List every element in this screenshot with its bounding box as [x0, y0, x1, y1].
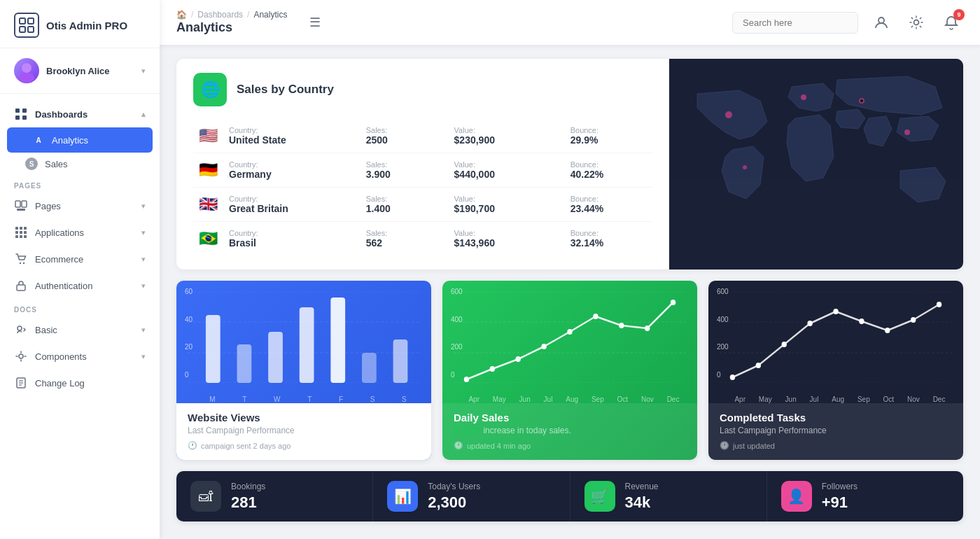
changelog-icon	[14, 376, 28, 390]
sales-country-title: Sales by Country	[237, 83, 334, 97]
charts-row: 6040200	[176, 281, 963, 460]
components-label: Components	[35, 351, 87, 362]
completed-tasks-card: 6004002000	[708, 281, 963, 460]
bounce-value: 29.9%	[570, 134, 647, 146]
breadcrumb-analytics[interactable]: Analytics	[253, 10, 287, 20]
country-label: Country:	[229, 195, 340, 203]
table-row: 🇺🇸 Country: United State Sales: 2500 Val…	[193, 119, 652, 153]
svg-rect-12	[17, 209, 25, 211]
stat-label-bookings: Bookings	[231, 482, 265, 491]
svg-point-72	[859, 318, 864, 324]
stats-row: 🛋 Bookings 281 📊 Today's Users 2,300 🛒 R…	[176, 471, 963, 522]
daily-sales-footer: 🕐 updated 4 min ago	[454, 441, 686, 450]
bounce-value: 23.44%	[570, 203, 647, 214]
ecommerce-chevron-icon: ▾	[141, 255, 146, 264]
sidebar-item-authentication[interactable]: Authentication ▾	[0, 272, 160, 299]
value-label: Value:	[454, 229, 544, 237]
sidebar-item-changelog[interactable]: Change Log	[0, 370, 160, 396]
svg-point-69	[782, 342, 787, 347]
svg-point-75	[937, 302, 941, 307]
country-flag: 🇺🇸	[199, 127, 218, 144]
value-label: Value:	[454, 160, 544, 169]
svg-point-32	[914, 20, 919, 25]
website-views-chart: 6040200	[176, 281, 431, 393]
notifications-icon-btn[interactable]: 9	[939, 10, 963, 34]
svg-point-60	[619, 323, 624, 328]
value-amount: $143,960	[454, 237, 544, 248]
country-name: Germany	[229, 169, 340, 180]
svg-point-71	[833, 309, 838, 314]
svg-point-61	[645, 326, 650, 331]
svg-point-4	[22, 63, 31, 73]
table-row: 🇩🇪 Country: Germany Sales: 3.900 Value: …	[193, 153, 652, 188]
country-label: Country:	[229, 160, 340, 169]
world-map	[669, 59, 963, 270]
svg-rect-21	[24, 235, 27, 238]
sidebar-item-sales[interactable]: S Sales	[0, 153, 160, 175]
svg-rect-16	[15, 231, 18, 234]
content-area: 🌐 Sales by Country 🇺🇸 Country: United St…	[160, 45, 980, 539]
chevron-up-icon: ▴	[141, 110, 146, 119]
svg-point-74	[911, 317, 916, 323]
sales-value: 562	[366, 237, 428, 248]
breadcrumb-dashboards[interactable]: Dashboards	[197, 10, 243, 20]
website-views-card: 6040200	[176, 281, 431, 460]
stat-icon-revenue: 🛒	[584, 481, 615, 512]
daily-sales-y-labels: 6004002000	[451, 288, 463, 379]
sales-label: Sales:	[366, 126, 428, 134]
svg-rect-24	[17, 285, 25, 290]
stat-users: 📊 Today's Users 2,300	[373, 471, 570, 522]
value-amount: $440,000	[454, 169, 544, 180]
bounce-value: 32.14%	[570, 237, 647, 248]
sales-label: Sales	[45, 159, 68, 169]
sidebar-item-applications[interactable]: Applications ▾	[0, 219, 160, 246]
svg-rect-17	[20, 231, 22, 234]
menu-icon[interactable]: ☰	[309, 15, 321, 30]
settings-icon-btn[interactable]	[904, 10, 928, 34]
stat-revenue: 🛒 Revenue 34k	[570, 471, 767, 522]
pages-section-label: PAGES	[0, 175, 160, 192]
sidebar-item-basic[interactable]: Basic ▾	[0, 316, 160, 343]
daily-sales-x-labels: AprMayJunJulAugSepOctNovDec	[442, 393, 697, 403]
svg-point-73	[885, 328, 890, 333]
svg-point-5	[19, 73, 34, 83]
sales-label: Sales:	[366, 229, 428, 237]
svg-point-37	[904, 130, 910, 135]
sidebar-item-pages[interactable]: Pages ▾	[0, 192, 160, 219]
components-icon	[14, 349, 28, 363]
value-amount: $190,700	[454, 203, 544, 214]
sidebar-item-dashboards[interactable]: Dashboards ▴	[0, 101, 160, 127]
country-name: United State	[229, 134, 340, 146]
clock-icon: 🕐	[454, 441, 463, 450]
daily-sales-title: Daily Sales	[454, 412, 686, 424]
country-name: Great Britain	[229, 203, 340, 214]
avatar	[14, 58, 39, 83]
pages-chevron-icon: ▾	[141, 202, 146, 211]
clock-icon: 🕐	[720, 441, 729, 450]
stat-icon-bookings: 🛋	[190, 481, 221, 512]
svg-rect-0	[20, 18, 25, 24]
user-profile[interactable]: Brooklyn Alice ▾	[0, 48, 160, 94]
svg-rect-45	[268, 332, 283, 383]
topbar-right: 9	[732, 10, 963, 34]
ecommerce-icon	[14, 252, 28, 266]
svg-point-70	[807, 321, 812, 326]
svg-rect-49	[393, 340, 408, 383]
svg-rect-2	[20, 27, 25, 32]
stat-label-users: Today's Users	[428, 482, 480, 491]
dashboards-label: Dashboards	[35, 109, 88, 120]
daily-sales-chart: 6004002000	[442, 281, 697, 393]
stat-value-revenue: 34k	[625, 493, 659, 512]
search-input[interactable]	[732, 12, 858, 34]
breadcrumb: 🏠 / Dashboards / Analytics Analytics	[176, 10, 287, 35]
sidebar-item-ecommerce[interactable]: Ecommerce ▾	[0, 246, 160, 272]
value-label: Value:	[454, 195, 544, 203]
bounce-label: Bounce:	[570, 195, 647, 203]
sidebar-item-analytics[interactable]: A Analytics	[7, 127, 153, 153]
user-icon-btn[interactable]	[869, 10, 893, 34]
changelog-label: Change Log	[35, 378, 85, 388]
applications-chevron-icon: ▾	[141, 228, 146, 237]
sidebar-item-components[interactable]: Components ▾	[0, 343, 160, 370]
svg-rect-19	[15, 235, 18, 238]
svg-rect-3	[28, 27, 34, 32]
